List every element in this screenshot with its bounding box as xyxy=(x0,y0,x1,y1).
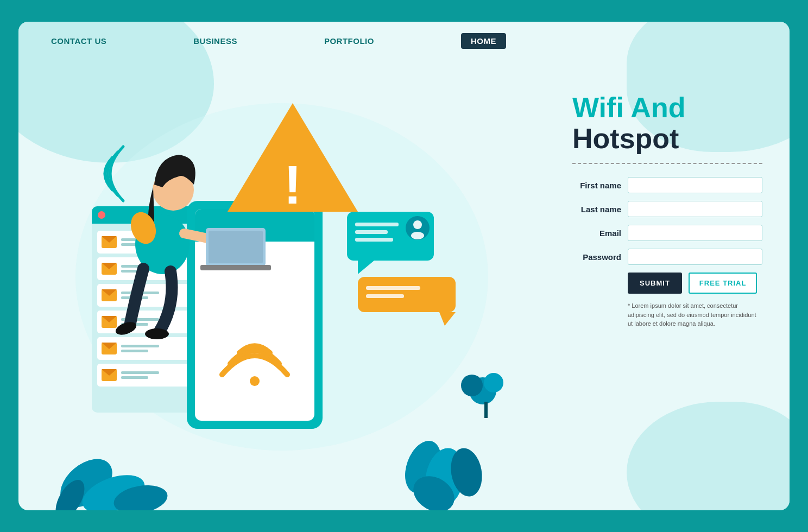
email-row: Email xyxy=(572,225,762,241)
svg-rect-59 xyxy=(200,265,271,270)
svg-rect-34 xyxy=(121,376,148,379)
svg-rect-46 xyxy=(355,238,393,242)
first-name-label: First name xyxy=(572,181,621,190)
svg-point-4 xyxy=(98,211,105,219)
last-name-row: Last name xyxy=(572,201,762,217)
svg-rect-58 xyxy=(209,231,263,263)
page-title: Wifi And Hotspot xyxy=(572,92,762,154)
last-name-label: Last name xyxy=(572,205,621,214)
svg-point-61 xyxy=(145,328,169,339)
svg-rect-33 xyxy=(121,371,159,374)
section-divider xyxy=(572,163,762,164)
nav-business[interactable]: BUSINESS xyxy=(193,36,237,46)
svg-point-48 xyxy=(413,220,422,229)
email-input[interactable] xyxy=(628,225,762,241)
first-name-row: First name xyxy=(572,177,762,193)
disclaimer-text: * Lorem ipsum dolor sit amet, consectetu… xyxy=(628,301,762,328)
nav-home[interactable]: HOME xyxy=(461,33,506,49)
illustration-panel: ! xyxy=(18,60,561,510)
svg-rect-44 xyxy=(355,223,399,226)
submit-button[interactable]: SUBMIT xyxy=(628,273,682,294)
navbar: CONTACT US BUSINESS PORTFOLIO HOME xyxy=(18,22,790,60)
svg-rect-53 xyxy=(366,294,404,298)
form-panel: Wifi And Hotspot First name Last name Em… xyxy=(561,60,790,510)
svg-text:!: ! xyxy=(283,154,301,215)
svg-point-71 xyxy=(484,373,503,392)
email-label: Email xyxy=(572,229,621,238)
nav-portfolio[interactable]: PORTFOLIO xyxy=(324,36,374,46)
password-row: Password xyxy=(572,249,762,265)
form-buttons: SUBMIT FREE TRIAL xyxy=(628,273,762,294)
signup-form: First name Last name Email Password SUBM… xyxy=(572,177,762,328)
svg-rect-52 xyxy=(366,286,420,290)
svg-rect-45 xyxy=(355,230,388,234)
last-name-input[interactable] xyxy=(628,201,762,217)
nav-contact[interactable]: CONTACT US xyxy=(51,36,106,46)
svg-point-72 xyxy=(461,375,483,396)
password-label: Password xyxy=(572,252,621,262)
svg-point-39 xyxy=(250,376,260,386)
free-trial-button[interactable]: FREE TRIAL xyxy=(689,273,758,294)
svg-rect-73 xyxy=(484,402,488,418)
password-input[interactable] xyxy=(628,249,762,265)
first-name-input[interactable] xyxy=(628,177,762,193)
svg-point-49 xyxy=(411,232,424,239)
svg-rect-28 xyxy=(121,345,159,347)
svg-rect-29 xyxy=(121,350,148,352)
